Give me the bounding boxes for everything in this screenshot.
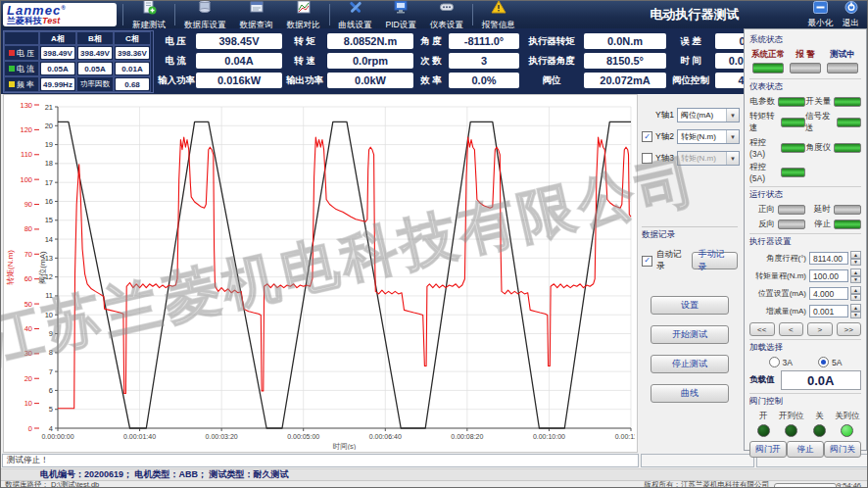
toolbar-button-new-test[interactable]: 新建测试 <box>125 1 172 28</box>
valve-stop-button[interactable]: 停止 <box>787 441 824 458</box>
angle-travel-spinner[interactable]: ▲▼ <box>850 251 861 266</box>
status-message: 测试停止！ <box>2 454 639 467</box>
voltage-indicator-icon <box>9 50 15 56</box>
position-set-input[interactable]: 4.000 <box>809 287 848 300</box>
emergency-stop-button[interactable]: 急停 <box>774 483 837 488</box>
phase-col-header: C相 <box>114 31 151 45</box>
radio-icon <box>769 357 780 367</box>
y-axis1-label: Y轴1 <box>655 110 674 122</box>
testing-led <box>827 63 858 73</box>
valve-control-label: 阀位控制 <box>669 74 712 87</box>
toolbar-button-curve-settings[interactable]: 曲线设置 <box>332 1 379 28</box>
status-pane <box>641 454 754 467</box>
svg-text:130: 130 <box>20 101 32 110</box>
data-record-title: 数据记录 <box>642 229 738 241</box>
step-last-button[interactable]: >> <box>837 322 862 336</box>
testing-label: 测试中 <box>824 49 861 61</box>
svg-text:0: 0 <box>28 424 32 433</box>
svg-text:7: 7 <box>49 367 53 376</box>
y-axis2-select[interactable]: 转矩(N.m)▼ <box>677 129 740 144</box>
curve-button[interactable]: 曲线 <box>651 384 729 403</box>
chart-controls-panel: Y轴1 阀位(mA)▼ ✓ Y轴2 转矩(N.m)▼ ✓ Y轴3 转矩(N.m)… <box>638 94 742 451</box>
step-back-button[interactable]: < <box>779 322 804 336</box>
prog-3a-led <box>781 143 805 153</box>
voltage-value: 398.45V <box>196 33 282 49</box>
start-test-button[interactable]: 开始测试 <box>651 325 729 344</box>
valve-open-led <box>757 424 770 437</box>
valve-control-section: 阀门控制 开 开到位 关 关到位 阀门开 停止 阀门关 <box>749 393 861 458</box>
toolbar-button-alarm-info[interactable]: 报警信息 <box>475 1 522 28</box>
torque-range-spinner[interactable]: ▲▼ <box>850 268 861 283</box>
torque-speed-label: 转矩转速 <box>749 111 778 134</box>
step-forward-button[interactable]: > <box>807 322 833 336</box>
toolbar-button-database-settings[interactable]: 数据库设置 <box>177 1 233 28</box>
svg-text:0.00:00:00: 0.00:00:00 <box>41 433 73 440</box>
system-normal-led <box>752 63 784 73</box>
app-window: Lanmec® 兰菱科技Test 新建测试 数据库设置 数据查询 数据对比 <box>0 0 868 488</box>
phase-col-header: B相 <box>76 31 114 45</box>
elec-param-led <box>778 97 805 107</box>
torque-label: 转 矩 <box>285 35 324 48</box>
prog-5a-label: 程控(5A) <box>749 162 778 183</box>
minimize-button[interactable]: 最小化 <box>808 0 834 29</box>
increment-spinner[interactable]: ▲▼ <box>850 304 861 318</box>
svg-text:10: 10 <box>45 311 53 319</box>
svg-text:50: 50 <box>24 300 32 309</box>
exit-button[interactable]: 退出 <box>843 0 859 29</box>
auto-record-checkbox[interactable]: ✓ <box>642 256 652 267</box>
logo-text-cn: 兰菱科技 <box>7 16 42 25</box>
toolbar-button-pid-settings[interactable]: PID设置 <box>379 1 423 28</box>
voltage-label: 电 压 <box>158 35 193 48</box>
output-power-value: 0.0kW <box>327 73 413 88</box>
error-label: 误 差 <box>669 35 712 48</box>
phase-row-label-frequency: 频 率 <box>4 76 39 92</box>
position-set-spinner[interactable]: ▲▼ <box>850 286 861 301</box>
angle-travel-label: 角度行程(°) <box>749 253 809 264</box>
signal-send-label: 信号发送 <box>805 111 834 134</box>
valve-close-led <box>813 424 826 437</box>
valve-position-value: 20.072mA <box>584 73 666 88</box>
settings-button[interactable]: 设置 <box>651 296 729 315</box>
power-factor-label: 功率因数 <box>76 76 114 92</box>
phase-voltage-b: 398.49V <box>76 45 114 61</box>
valve-closed-label: 关到位 <box>835 411 860 422</box>
svg-text:0.00:03:20: 0.00:03:20 <box>206 433 238 440</box>
svg-text:0.00:11:40: 0.00:11:40 <box>615 433 635 440</box>
curve-settings-icon <box>348 0 363 19</box>
toolbar-button-data-compare[interactable]: 数据对比 <box>280 1 327 28</box>
svg-text:转矩(N.m): 转矩(N.m) <box>6 250 15 285</box>
step-first-button[interactable]: << <box>749 322 775 336</box>
prog-3a-label: 程控(3A) <box>749 137 778 159</box>
svg-text:0.00:08:20: 0.00:08:20 <box>451 433 483 440</box>
svg-text:0.00:01:40: 0.00:01:40 <box>123 433 156 440</box>
svg-text:20: 20 <box>24 374 32 383</box>
radio-selected-icon <box>818 357 829 367</box>
manual-record-button[interactable]: 手动记录 <box>692 252 738 269</box>
load-5a-radio[interactable]: 5A <box>818 357 842 367</box>
angle-travel-input[interactable]: 8114.00 <box>809 252 848 265</box>
y-axis1-select[interactable]: 阀位(mA)▼ <box>677 108 740 122</box>
stop-test-button[interactable]: 停止测试 <box>651 355 729 373</box>
svg-text:20: 20 <box>45 122 53 130</box>
svg-text:21: 21 <box>45 103 53 112</box>
valve-close-label: 关 <box>815 411 824 422</box>
input-power-label: 输入功率 <box>158 74 193 87</box>
phase-table-corner <box>4 31 39 45</box>
svg-text:6: 6 <box>49 386 53 395</box>
reverse-led <box>778 220 805 229</box>
db-path: 数据库路径： D:\测试\test.db <box>1 480 514 488</box>
valve-open-button[interactable]: 阀门开 <box>749 441 787 458</box>
y-axis3-checkbox[interactable]: ✓ <box>642 153 652 164</box>
increment-input[interactable]: 0.001 <box>809 305 848 317</box>
toolbar-button-meter-settings[interactable]: 仪表设置 <box>423 1 470 28</box>
elec-param-label: 电参数 <box>750 96 776 108</box>
y-axis2-checkbox[interactable]: ✓ <box>642 131 652 142</box>
valve-close-button[interactable]: 阀门关 <box>824 441 861 458</box>
load-3a-radio[interactable]: 3A <box>769 357 793 367</box>
toolbar-button-data-query[interactable]: 数据查询 <box>233 1 280 28</box>
status-sidebar: 系统状态 系统正常 报 警 测试中 仪表状态 电参数 开关量 转矩转速 信号发送 <box>744 28 867 451</box>
torque-value: 8.0852N.m <box>327 33 413 49</box>
meter-settings-icon <box>439 0 455 19</box>
torque-range-input[interactable]: 100.00 <box>809 269 848 282</box>
svg-text:时间(s): 时间(s) <box>333 442 357 450</box>
